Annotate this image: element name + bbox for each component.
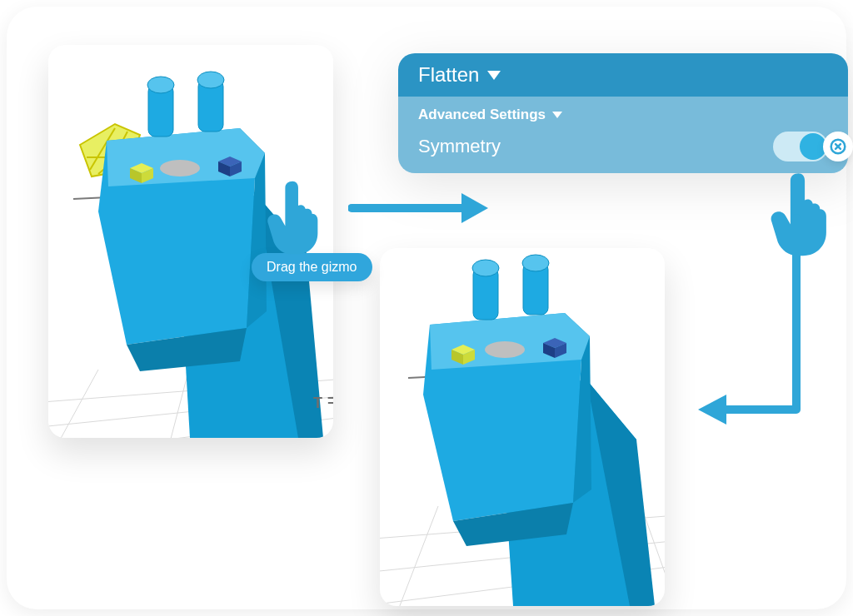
svg-point-41 (472, 260, 499, 276)
symmetry-label: Symmetry (418, 136, 501, 157)
svg-point-20 (160, 160, 200, 176)
hint-text: Drag the gizmo (267, 260, 357, 274)
tutorial-canvas: EFT (7, 7, 846, 609)
svg-marker-52 (461, 193, 488, 223)
flow-arrow (348, 188, 490, 228)
svg-marker-53 (698, 395, 726, 425)
close-icon (830, 138, 846, 155)
advanced-settings-label: Advanced Settings (418, 107, 546, 123)
svg-point-42 (522, 255, 549, 271)
chevron-down-icon (552, 112, 562, 118)
model-after (380, 248, 665, 606)
svg-line-3 (48, 370, 98, 438)
orientation-label: EFT (308, 395, 333, 412)
flow-arrow (690, 210, 823, 435)
svg-point-43 (485, 341, 525, 358)
pointer-hand-icon (265, 176, 330, 258)
viewport-after[interactable] (380, 248, 665, 606)
svg-line-4 (165, 365, 190, 438)
svg-point-19 (197, 72, 224, 88)
tool-settings-panel: Flatten Advanced Settings Symmetry (398, 53, 848, 175)
panel-header[interactable]: Flatten (398, 53, 848, 97)
close-button[interactable] (823, 132, 853, 161)
advanced-settings-header[interactable]: Advanced Settings (418, 103, 828, 127)
tool-name-label: Flatten (418, 63, 479, 87)
chevron-down-icon (487, 71, 501, 80)
svg-line-30 (397, 506, 438, 606)
symmetry-toggle[interactable] (773, 132, 828, 161)
svg-point-18 (147, 77, 174, 93)
